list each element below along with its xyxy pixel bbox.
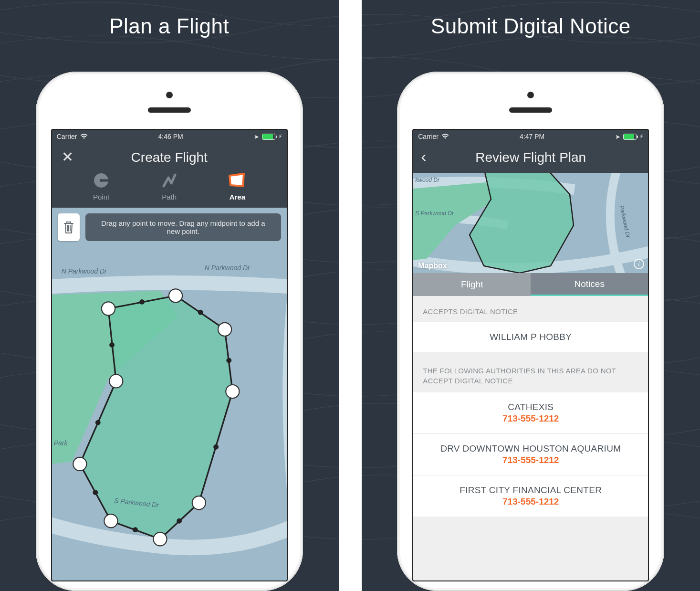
mode-selector: Point Path Area — [60, 168, 279, 202]
road-label: Park — [54, 439, 68, 447]
map-svg — [52, 208, 287, 580]
mode-path[interactable]: Path — [148, 172, 191, 201]
svg-point-18 — [104, 514, 117, 528]
tip-banner: Drag any point to move. Drag any midpoin… — [85, 213, 281, 241]
svg-point-6 — [213, 444, 219, 450]
svg-point-13 — [169, 289, 182, 302]
phone-speaker — [148, 107, 191, 113]
review-map[interactable]: kwood Dr S Parkwood Dr Parkwood Dr Mapbo… — [413, 173, 648, 273]
svg-point-11 — [109, 342, 115, 348]
nav-header: ‹ Review Flight Plan — [413, 143, 648, 173]
clock: 4:47 PM — [520, 133, 544, 140]
svg-point-17 — [153, 532, 167, 546]
svg-point-4 — [198, 310, 203, 315]
wifi-icon — [441, 134, 449, 139]
road-label: N Parkwood Dr — [62, 267, 107, 275]
carrier-label: Carrier — [418, 133, 439, 140]
svg-point-8 — [133, 527, 138, 532]
nav-title: Create Flight — [131, 150, 208, 165]
panel-title-right: Submit Digital Notice — [431, 14, 631, 38]
trash-icon — [63, 221, 74, 234]
location-icon: ➤ — [615, 133, 620, 140]
mode-label: Path — [162, 193, 177, 201]
mode-label: Point — [93, 193, 109, 201]
phone-speaker — [509, 107, 552, 113]
section-header-accepts: ACCEPTS DIGITAL NOTICE — [413, 296, 648, 322]
close-button[interactable]: ✕ — [62, 150, 73, 164]
road-label: S Parkwood Dr — [415, 210, 454, 217]
panel-plan-flight: Plan a Flight Carrier 4:46 PM ➤ — [0, 0, 339, 591]
authority-row[interactable]: CATHEXIS 713-555-1212 — [413, 392, 648, 434]
nav-header: ✕ Create Flight Point — [52, 143, 287, 208]
screen-create-flight: Carrier 4:46 PM ➤ ⚡︎ ✕ Cr — [51, 129, 288, 581]
svg-point-20 — [109, 374, 123, 388]
svg-point-10 — [95, 420, 101, 425]
svg-point-5 — [226, 358, 231, 363]
phone-camera — [166, 92, 173, 98]
road-label: kwood Dr — [415, 177, 439, 183]
panel-divider — [339, 0, 362, 591]
svg-point-16 — [192, 496, 205, 509]
svg-point-7 — [177, 518, 182, 524]
authority-row[interactable]: FIRST CITY FINANCIAL CENTER 713-555-1212 — [413, 475, 648, 517]
charging-icon: ⚡︎ — [278, 133, 282, 140]
battery-icon — [623, 134, 637, 140]
phone-frame-left: Carrier 4:46 PM ➤ ⚡︎ ✕ Cr — [36, 72, 303, 591]
phone-camera — [527, 92, 534, 98]
tab-flight[interactable]: Flight — [413, 273, 531, 296]
authority-name: FIRST CITY FINANCIAL CENTER — [423, 485, 638, 496]
phone-frame-right: Carrier 4:47 PM ➤ ⚡︎ ‹ Re — [397, 72, 664, 591]
charging-icon: ⚡︎ — [639, 133, 643, 140]
point-icon — [93, 172, 110, 189]
minimap-svg — [413, 173, 648, 273]
mode-point[interactable]: Point — [80, 172, 123, 201]
svg-point-15 — [226, 385, 239, 398]
svg-point-2 — [100, 179, 103, 182]
battery-icon — [262, 134, 275, 140]
path-icon — [161, 172, 178, 189]
panel-submit-notice: Submit Digital Notice Carrier 4:47 PM ➤ — [362, 0, 700, 591]
map-attribution: Mapbox — [418, 262, 447, 270]
svg-point-19 — [73, 457, 86, 471]
authority-name: WILLIAM P HOBBY — [423, 332, 638, 342]
map-canvas[interactable]: Drag any point to move. Drag any midpoin… — [52, 208, 287, 580]
screen-review-plan: Carrier 4:47 PM ➤ ⚡︎ ‹ Re — [412, 129, 649, 581]
authority-name: DRV DOWNTOWN HOUSTON AQUARIUM — [423, 443, 638, 454]
svg-point-14 — [218, 323, 231, 336]
authority-phone[interactable]: 713-555-1212 — [423, 455, 638, 465]
authority-phone[interactable]: 713-555-1212 — [423, 496, 638, 507]
trash-button[interactable] — [58, 213, 80, 241]
nav-title: Review Flight Plan — [475, 150, 586, 165]
area-icon — [228, 172, 247, 189]
mode-label: Area — [230, 193, 245, 201]
wifi-icon — [80, 134, 88, 139]
authority-name: CATHEXIS — [423, 402, 638, 412]
section-header-noaccept: THE FOLLOWING AUTHORITIES IN THIS AREA D… — [413, 352, 648, 392]
status-bar: Carrier 4:46 PM ➤ ⚡︎ — [52, 130, 287, 143]
road-label: N Parkwood Dr — [205, 264, 250, 272]
authority-row[interactable]: DRV DOWNTOWN HOUSTON AQUARIUM 713-555-12… — [413, 434, 648, 475]
segment-tabs: Flight Notices — [413, 273, 648, 296]
svg-point-3 — [139, 299, 145, 305]
carrier-label: Carrier — [57, 133, 77, 140]
svg-point-12 — [102, 302, 115, 315]
status-bar: Carrier 4:47 PM ➤ ⚡︎ — [413, 130, 648, 143]
notices-list[interactable]: ACCEPTS DIGITAL NOTICE WILLIAM P HOBBY T… — [413, 296, 648, 580]
authority-phone[interactable]: 713-555-1212 — [423, 413, 638, 424]
svg-point-9 — [93, 490, 98, 495]
authority-row[interactable]: WILLIAM P HOBBY — [413, 322, 648, 352]
clock: 4:46 PM — [158, 133, 183, 140]
tab-notices[interactable]: Notices — [531, 273, 648, 296]
panel-title-left: Plan a Flight — [109, 14, 229, 38]
mode-area[interactable]: Area — [216, 172, 259, 201]
location-icon: ➤ — [254, 133, 259, 140]
back-button[interactable]: ‹ — [421, 148, 426, 164]
